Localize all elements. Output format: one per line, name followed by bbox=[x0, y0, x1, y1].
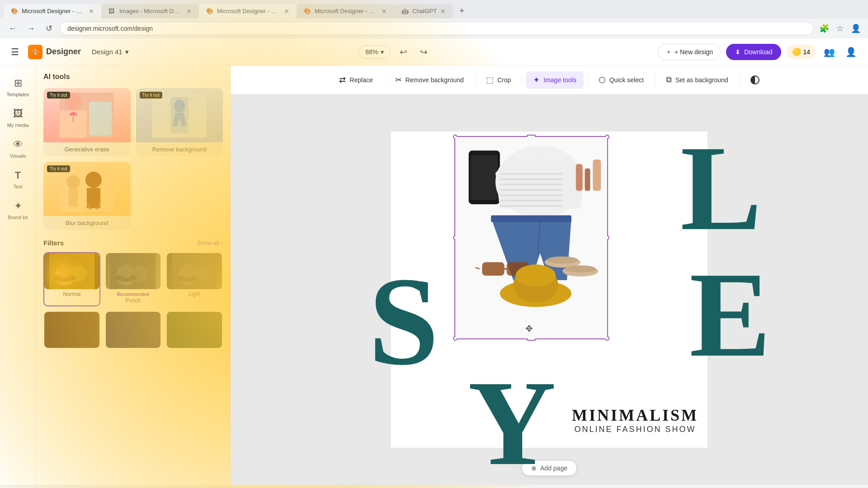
design-bottom-text: MINIMALISM ONLINE FASHION SHOW bbox=[572, 406, 698, 434]
letter-S: S bbox=[368, 258, 439, 385]
svg-rect-30 bbox=[172, 253, 217, 289]
canvas-wrapper: T S L Y E bbox=[382, 94, 717, 485]
main-area: ⊞ Templates 🖼 My media 👁 Visuals T Text … bbox=[0, 66, 868, 485]
svg-rect-40 bbox=[500, 183, 562, 185]
selected-image-frame[interactable]: ✥ bbox=[454, 136, 608, 339]
divider-1 bbox=[384, 75, 384, 85]
contrast-button[interactable] bbox=[743, 72, 767, 88]
svg-point-27 bbox=[193, 265, 209, 282]
quick-select-button[interactable]: ⬡ Quick select bbox=[591, 71, 651, 89]
image-tools-icon: ✦ bbox=[533, 75, 540, 85]
replace-label: Replace bbox=[349, 76, 373, 84]
divider-2 bbox=[475, 75, 475, 85]
svg-rect-46 bbox=[491, 216, 571, 222]
svg-rect-38 bbox=[500, 173, 562, 175]
image-tools-button[interactable]: ✦ Image tools bbox=[526, 71, 583, 89]
fashion-show-text: ONLINE FASHION SHOW bbox=[572, 425, 698, 434]
contrast-icon bbox=[750, 75, 760, 84]
svg-rect-39 bbox=[500, 178, 562, 180]
svg-rect-43 bbox=[500, 200, 562, 202]
fashion-image: ✥ bbox=[455, 137, 607, 338]
divider-5 bbox=[655, 75, 655, 85]
divider-4 bbox=[587, 75, 588, 85]
svg-point-58 bbox=[565, 265, 596, 272]
divider-3 bbox=[522, 75, 522, 85]
ai-tools-panel: AI tools bbox=[36, 66, 231, 485]
remove-bg-toolbar-icon: ✂ bbox=[395, 75, 402, 85]
app-container: ☰ 🎨 Designer Design 41 ▾ 88% ▾ ↩ ↪ ＋ + N… bbox=[0, 38, 868, 485]
svg-rect-44 bbox=[500, 205, 562, 207]
remove-background-button[interactable]: ✂ Remove background bbox=[388, 71, 471, 89]
set-as-background-button[interactable]: ⧉ Set as background bbox=[659, 71, 736, 88]
crop-label: Crop bbox=[497, 76, 511, 84]
canvas-area: ⇄ Replace ✂ Remove background ⬚ Crop ✦ I… bbox=[231, 66, 868, 485]
crop-icon: ⬚ bbox=[486, 75, 494, 85]
canvas-content: T S L Y E bbox=[391, 131, 708, 448]
svg-text:✥: ✥ bbox=[525, 324, 533, 333]
minimalism-text: MINIMALISM bbox=[572, 406, 698, 425]
filter-light-image bbox=[167, 253, 222, 289]
filter-light[interactable]: Light bbox=[166, 252, 223, 306]
design-background[interactable]: T S L Y E bbox=[391, 131, 708, 448]
svg-point-54 bbox=[515, 264, 556, 286]
svg-rect-61 bbox=[593, 160, 601, 191]
svg-rect-42 bbox=[500, 194, 562, 196]
set-bg-icon: ⧉ bbox=[666, 75, 672, 84]
svg-rect-41 bbox=[500, 189, 562, 191]
letter-Y: Y bbox=[468, 362, 556, 484]
image-tools-label: Image tools bbox=[543, 76, 576, 84]
set-as-background-label: Set as background bbox=[675, 76, 728, 84]
svg-point-26 bbox=[178, 266, 198, 286]
crop-button[interactable]: ⬚ Crop bbox=[479, 71, 518, 89]
svg-rect-59 bbox=[576, 164, 583, 191]
letter-L: L bbox=[680, 127, 762, 249]
letter-E: E bbox=[689, 253, 771, 375]
replace-icon: ⇄ bbox=[339, 75, 346, 85]
svg-rect-47 bbox=[482, 262, 504, 276]
svg-rect-29 bbox=[181, 264, 194, 278]
quick-select-label: Quick select bbox=[609, 76, 644, 84]
svg-rect-25 bbox=[172, 253, 217, 289]
image-toolbar: ⇄ Replace ✂ Remove background ⬚ Crop ✦ I… bbox=[231, 66, 868, 94]
svg-rect-60 bbox=[585, 169, 590, 191]
remove-background-label: Remove background bbox=[406, 76, 464, 84]
divider-6 bbox=[739, 75, 740, 85]
svg-rect-36 bbox=[471, 155, 498, 200]
svg-point-56 bbox=[547, 257, 578, 264]
svg-point-28 bbox=[177, 274, 198, 282]
replace-button[interactable]: ⇄ Replace bbox=[332, 71, 380, 89]
quick-select-icon: ⬡ bbox=[599, 75, 606, 85]
filters-grid: Normal RecommendedPun bbox=[43, 252, 223, 349]
